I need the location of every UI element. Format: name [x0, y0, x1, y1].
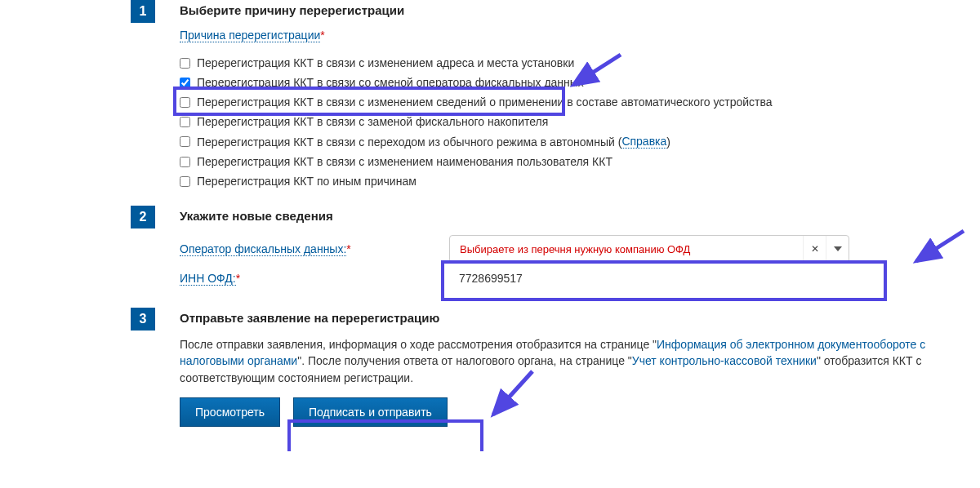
reason-checkbox-5[interactable]: [180, 157, 190, 167]
reason-checkbox-0[interactable]: [180, 58, 190, 69]
inn-value: 7728699517: [449, 272, 523, 285]
reason-label: Перерегистрация ККТ в связи с изменением…: [197, 95, 773, 109]
operator-label[interactable]: Оператор фискальных данных:: [180, 242, 346, 256]
submit-button[interactable]: Подписать и отправить: [293, 397, 448, 427]
reason-label: Перерегистрация ККТ по иным причинам: [197, 175, 416, 188]
reason-item-2[interactable]: Перерегистрация ККТ в связи с изменением…: [180, 92, 947, 112]
chevron-down-icon[interactable]: [826, 236, 849, 262]
reason-item-4[interactable]: Перерегистрация ККТ в связи с переходом …: [180, 131, 947, 152]
reason-item-3[interactable]: Перерегистрация ККТ в связи с заменой фи…: [180, 112, 947, 131]
help-link[interactable]: Справка: [621, 135, 666, 149]
operator-select-text: Выбираете из перечня нужную компанию ОФД: [450, 243, 803, 255]
reason-label: Перерегистрация ККТ в связи с изменением…: [197, 56, 574, 69]
reason-item-1[interactable]: Перерегистрация ККТ в связи со сменой оп…: [180, 73, 947, 92]
step3-description: После отправки заявления, информация о х…: [180, 336, 947, 386]
step2-title: Укажите новые сведения: [180, 209, 947, 223]
inn-label[interactable]: ИНН ОФД:: [180, 272, 236, 286]
operator-select[interactable]: Выбираете из перечня нужную компанию ОФД…: [449, 235, 849, 263]
step-number-2: 2: [131, 206, 155, 228]
step3-title: Отправьте заявление на перерегистрацию: [180, 311, 947, 325]
step-number-3: 3: [131, 308, 155, 331]
reason-checkbox-1[interactable]: [180, 78, 190, 88]
reason-label: Перерегистрация ККТ в связи с переходом …: [197, 135, 621, 149]
reason-checkbox-6[interactable]: [180, 176, 190, 187]
step-number-1: 1: [131, 0, 155, 23]
reason-checkbox-3[interactable]: [180, 117, 190, 127]
reason-label: Перерегистрация ККТ в связи с изменением…: [197, 155, 612, 168]
reason-label: Перерегистрация ККТ в связи со сменой оп…: [197, 76, 584, 89]
reason-checkbox-2[interactable]: [180, 97, 190, 108]
preview-button[interactable]: Просмотреть: [180, 397, 280, 427]
required-star: *: [320, 29, 324, 42]
reason-item-5[interactable]: Перерегистрация ККТ в связи с изменением…: [180, 152, 947, 171]
reason-item-0[interactable]: Перерегистрация ККТ в связи с изменением…: [180, 53, 947, 73]
link-kkt[interactable]: Учет контрольно-кассовой техники: [632, 354, 817, 367]
clear-icon[interactable]: ✕: [803, 236, 826, 262]
step1-title: Выберите причину перерегистрации: [180, 3, 947, 17]
reason-checkbox-4[interactable]: [180, 136, 190, 147]
reason-item-6[interactable]: Перерегистрация ККТ по иным причинам: [180, 171, 947, 191]
reason-link[interactable]: Причина перерегистрации: [180, 29, 320, 42]
reason-label: Перерегистрация ККТ в связи с заменой фи…: [197, 115, 548, 128]
